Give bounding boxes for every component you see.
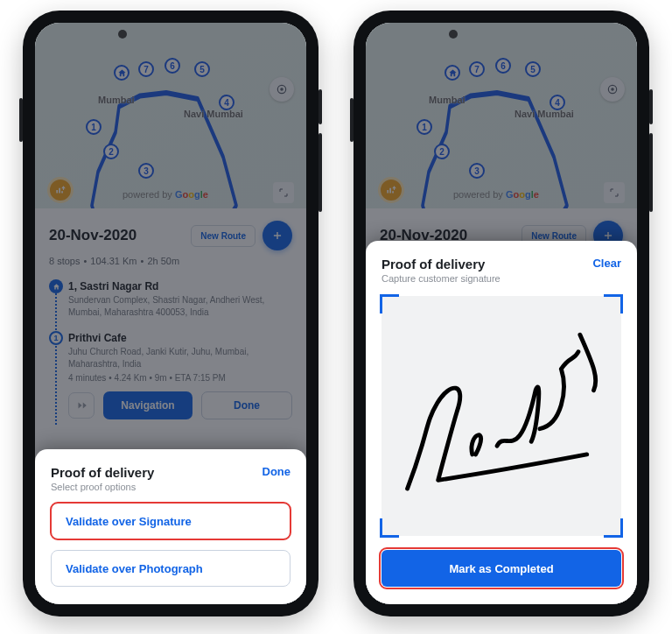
sheet-subtitle: Select proof options xyxy=(51,482,154,492)
sheet-done-button[interactable]: Done xyxy=(262,465,291,478)
sheet-title: Proof of delivery xyxy=(382,257,500,271)
proof-of-delivery-sheet: Proof of delivery Select proof options D… xyxy=(35,449,306,604)
validate-signature-button[interactable]: Validate over Signature xyxy=(51,503,290,539)
screen-right: 1 2 3 4 5 6 7 Mumbai Navi Mumbai powered… xyxy=(366,23,637,604)
signature-sheet: Proof of delivery Capture customer signa… xyxy=(366,241,637,604)
phone-frame-left: 1 2 3 4 5 6 7 Mumbai Navi Mumbai powered… xyxy=(23,11,318,616)
signature-stroke xyxy=(390,305,612,527)
signature-pad[interactable] xyxy=(382,296,621,536)
clear-signature-button[interactable]: Clear xyxy=(592,257,621,270)
screen-left: 1 2 3 4 5 6 7 Mumbai Navi Mumbai powered… xyxy=(35,23,306,604)
validate-photograph-button[interactable]: Validate over Photograph xyxy=(51,550,290,587)
sheet-subtitle: Capture customer signature xyxy=(382,273,500,284)
phone-frame-right: 1 2 3 4 5 6 7 Mumbai Navi Mumbai powered… xyxy=(354,11,649,616)
mark-completed-button[interactable]: Mark as Completed xyxy=(382,550,621,587)
sheet-title: Proof of delivery xyxy=(51,465,154,480)
